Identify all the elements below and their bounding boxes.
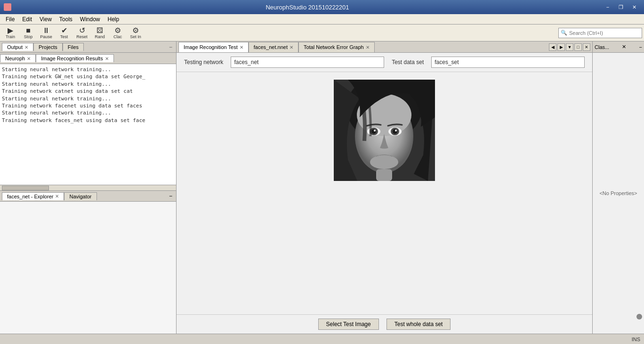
- rand-icon: ⚄: [97, 27, 103, 34]
- stop-icon: ■: [26, 27, 31, 34]
- svg-point-10: [393, 129, 397, 134]
- tab-image-recognition-results[interactable]: Image Recognition Results ✕: [36, 54, 113, 62]
- train-label: Train: [6, 34, 15, 39]
- restore-button[interactable]: ❐: [615, 2, 627, 12]
- center-tabs: Image Recognition Test ✕ faces_net.nnet …: [177, 41, 592, 53]
- face-image: [334, 80, 435, 181]
- tab-close-all-button[interactable]: ✕: [583, 43, 590, 51]
- console-line-7: Starting neural network training...: [2, 109, 174, 116]
- rand-label: Rand: [95, 34, 105, 39]
- pause-label: Pause: [40, 34, 52, 39]
- minimize-button[interactable]: −: [602, 2, 614, 12]
- menu-view[interactable]: View: [36, 15, 56, 24]
- tab-irt-close[interactable]: ✕: [240, 45, 243, 50]
- clac-label: Clac: [113, 34, 122, 39]
- pause-button[interactable]: ⏸ Pause: [38, 25, 55, 41]
- right-panel-title: Clas...: [595, 44, 609, 50]
- tab-tne-close[interactable]: ✕: [366, 45, 370, 50]
- tab-restore-button[interactable]: □: [574, 43, 582, 51]
- tab-files[interactable]: Files: [63, 43, 84, 51]
- select-test-image-button[interactable]: Select Test Image: [318, 319, 379, 330]
- window-controls: − ❐ ✕: [602, 2, 640, 12]
- titlebar: NeurophStudio 201510222201 − ❐ ✕: [0, 0, 644, 14]
- tab-nav-label: Navigator: [69, 194, 91, 199]
- testing-network-label: Testing network: [184, 59, 223, 66]
- close-button[interactable]: ✕: [628, 2, 640, 12]
- tab-neuroph-label: Neuroph: [5, 56, 25, 61]
- tab-fnn-close[interactable]: ✕: [290, 45, 293, 50]
- center-panel: Image Recognition Test ✕ faces_net.nnet …: [177, 41, 592, 334]
- tab-total-network-error[interactable]: Total Network Error Graph ✕: [298, 42, 375, 52]
- test-data-set-input[interactable]: [431, 57, 585, 68]
- face-svg: [334, 80, 435, 181]
- reset-icon: ↺: [79, 27, 85, 34]
- tab-next-button[interactable]: ▶: [557, 43, 565, 51]
- bottom-panel-minimize[interactable]: −: [167, 193, 174, 199]
- reset-button[interactable]: ↺ Reset: [73, 25, 90, 41]
- tab-dropdown-button[interactable]: ▼: [566, 43, 573, 51]
- console-line-3: Starting neural network training...: [2, 81, 174, 88]
- right-panel-minimize[interactable]: −: [639, 44, 642, 50]
- tab-output-label: Output: [7, 44, 23, 50]
- bottom-left-tabs: faces_net - Explorer ✕ Navigator −: [0, 190, 176, 202]
- menu-tools[interactable]: Tools: [56, 15, 76, 24]
- menu-window[interactable]: Window: [76, 15, 104, 24]
- tab-irt-label: Image Recognition Test: [184, 44, 238, 50]
- right-panel-close[interactable]: ✕: [622, 44, 626, 50]
- window-title: NeurophStudio 201510222201: [13, 4, 602, 11]
- tab-irr-label: Image Recognition Results: [41, 56, 103, 61]
- search-bar[interactable]: 🔍: [558, 28, 642, 38]
- no-properties-label: <No Properties>: [599, 190, 637, 196]
- menu-help[interactable]: Help: [104, 15, 123, 24]
- test-whole-dataset-button[interactable]: Test whole data set: [386, 319, 451, 330]
- tab-prev-button[interactable]: ◀: [549, 43, 556, 51]
- tab-files-label: Files: [68, 44, 79, 50]
- h-scrollbar-thumb[interactable]: [2, 186, 49, 190]
- tab-fne-close[interactable]: ✕: [55, 194, 59, 199]
- console-line-4: Training network catnet using data set c…: [2, 88, 174, 95]
- setin-button[interactable]: ⚙ Set In: [127, 25, 144, 41]
- menu-file[interactable]: File: [2, 15, 18, 24]
- clac-button[interactable]: ⚙ Clac: [109, 25, 126, 41]
- search-input[interactable]: [569, 30, 640, 36]
- svg-point-11: [395, 130, 397, 131]
- clac-icon: ⚙: [114, 27, 121, 34]
- stop-button[interactable]: ■ Stop: [20, 25, 37, 41]
- toolbar: ▶ Train ■ Stop ⏸ Pause ✔ Test ↺ Reset ⚄ …: [0, 25, 644, 41]
- left-panel: Output ✕ Projects Files − Neuroph ✕ Imag…: [0, 41, 177, 334]
- right-panel: Clas... ✕ − <No Properties>: [592, 41, 644, 334]
- neuroph-tabs: Neuroph ✕ Image Recognition Results ✕: [0, 53, 176, 64]
- svg-rect-13: [376, 169, 392, 181]
- console-line-1: Starting neural network training...: [2, 66, 174, 73]
- tab-irr-close[interactable]: ✕: [105, 56, 109, 61]
- tab-image-recognition-test[interactable]: Image Recognition Test ✕: [178, 42, 249, 52]
- setin-icon: ⚙: [132, 27, 139, 34]
- svg-point-12: [370, 155, 398, 169]
- reset-label: Reset: [76, 34, 88, 39]
- test-button[interactable]: ✔ Test: [56, 25, 72, 41]
- rand-button[interactable]: ⚄ Rand: [91, 25, 108, 41]
- tab-navigator[interactable]: Navigator: [64, 192, 97, 200]
- console-line-8: Training network faces_net using data se…: [2, 117, 174, 124]
- right-panel-scroll-indicator[interactable]: [636, 314, 642, 319]
- tab-faces-net-explorer[interactable]: faces_net - Explorer ✕: [2, 192, 64, 200]
- app-icon: [4, 3, 11, 11]
- h-scrollbar[interactable]: [0, 185, 176, 190]
- train-button[interactable]: ▶ Train: [2, 25, 19, 41]
- tab-nav-controls: ◀ ▶ ▼ □ ✕: [549, 43, 592, 51]
- tab-output[interactable]: Output ✕: [2, 43, 33, 51]
- svg-point-7: [374, 130, 376, 131]
- menubar: File Edit View Tools Window Help: [0, 14, 644, 25]
- console-line-6: Training network facenet using data set …: [2, 102, 174, 109]
- tab-projects[interactable]: Projects: [33, 43, 63, 51]
- test-icon: ✔: [61, 27, 67, 34]
- panel-minimize[interactable]: −: [167, 44, 174, 50]
- testing-network-input[interactable]: [231, 57, 384, 68]
- tab-faces-net-nnet[interactable]: faces_net.nnet ✕: [249, 42, 298, 52]
- train-icon: ▶: [8, 27, 13, 34]
- tab-output-close[interactable]: ✕: [24, 45, 28, 50]
- menu-edit[interactable]: Edit: [18, 15, 36, 24]
- tab-neuroph[interactable]: Neuroph ✕: [0, 54, 36, 62]
- tab-neuroph-close[interactable]: ✕: [27, 56, 31, 61]
- tab-fne-label: faces_net - Explorer: [7, 194, 53, 199]
